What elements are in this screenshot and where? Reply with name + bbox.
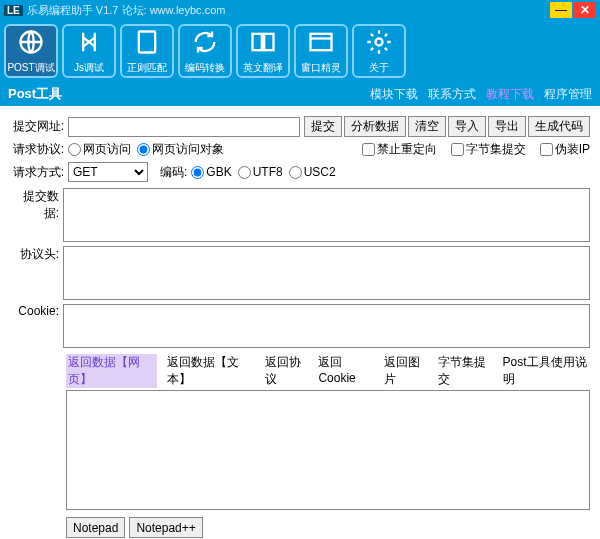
open-editor-button[interactable]: Notepad [66, 517, 125, 538]
encoding-option[interactable]: UTF8 [238, 165, 283, 179]
regex-icon [133, 28, 161, 59]
header-links: 模块下载联系方式教程下载程序管理 [370, 86, 592, 103]
encoding-radios: GBKUTF8USC2 [191, 165, 335, 179]
window-title: 乐易编程助手 V1.7 论坛: www.leybc.com [27, 3, 550, 18]
radio-input[interactable] [238, 166, 251, 179]
sub-header: Post工具 模块下载联系方式教程下载程序管理 [0, 82, 600, 106]
action-button[interactable]: 导出 [488, 116, 526, 137]
result-tab[interactable]: 返回协议 [265, 354, 309, 388]
action-button[interactable]: 生成代码 [528, 116, 590, 137]
tool-window[interactable]: 窗口精灵 [294, 24, 348, 78]
tool-label: 正则匹配 [127, 61, 167, 75]
action-button[interactable]: 导入 [448, 116, 486, 137]
content-area: 提交网址: 提交分析数据清空导入导出生成代码 请求协议: 网页访问网页访问对象 … [0, 106, 600, 539]
encoding-label: 编码: [160, 164, 187, 181]
submit-data-label: 提交数据: [10, 188, 59, 222]
radio-input[interactable] [137, 143, 150, 156]
tool-label: POST调试 [7, 61, 54, 75]
tool-label: 关于 [369, 61, 389, 75]
tool-label: 窗口精灵 [301, 61, 341, 75]
headers-textarea[interactable] [63, 246, 590, 300]
tool-regex[interactable]: 正则匹配 [120, 24, 174, 78]
radio-input[interactable] [191, 166, 204, 179]
option-check[interactable]: 字节集提交 [451, 141, 526, 158]
checkbox-input[interactable] [451, 143, 464, 156]
open-editor-button[interactable]: Notepad++ [129, 517, 202, 538]
tool-label: 英文翻译 [243, 61, 283, 75]
protocol-label: 请求协议: [10, 141, 64, 158]
svg-rect-4 [311, 33, 332, 49]
post-icon [17, 28, 45, 59]
checkbox-input[interactable] [540, 143, 553, 156]
protocol-option[interactable]: 网页访问对象 [137, 141, 224, 158]
encoding-option[interactable]: USC2 [289, 165, 336, 179]
close-button[interactable]: ✕ [574, 2, 596, 18]
result-tab[interactable]: Post工具使用说明 [503, 354, 590, 388]
protocol-option[interactable]: 网页访问 [68, 141, 131, 158]
tool-post[interactable]: POST调试 [4, 24, 58, 78]
app-badge: LE [4, 5, 23, 16]
about-icon [365, 28, 393, 59]
result-tab[interactable]: 返回图片 [384, 354, 428, 388]
header-link[interactable]: 程序管理 [544, 86, 592, 103]
encoding-option[interactable]: GBK [191, 165, 231, 179]
js-icon [75, 28, 103, 59]
result-tabs: 返回数据【网页】返回数据【文本】返回协议返回Cookie返回图片字节集提交Pos… [66, 354, 590, 388]
submit-data-textarea[interactable] [63, 188, 590, 242]
bottom-buttons: NotepadNotepad++ [66, 517, 590, 538]
radio-input[interactable] [68, 143, 81, 156]
option-checks: 禁止重定向字节集提交伪装IP [362, 141, 590, 158]
method-label: 请求方式: [10, 164, 64, 181]
svg-rect-2 [253, 33, 262, 49]
url-label: 提交网址: [10, 118, 64, 135]
svg-point-5 [376, 38, 383, 45]
result-textarea[interactable] [66, 390, 590, 510]
svg-rect-1 [139, 31, 155, 52]
option-check[interactable]: 禁止重定向 [362, 141, 437, 158]
tool-translate[interactable]: 英文翻译 [236, 24, 290, 78]
minimize-button[interactable]: — [550, 2, 572, 18]
header-link[interactable]: 模块下载 [370, 86, 418, 103]
svg-rect-3 [264, 33, 273, 49]
result-tab[interactable]: 返回Cookie [318, 354, 374, 388]
action-buttons: 提交分析数据清空导入导出生成代码 [304, 116, 590, 137]
method-select[interactable]: GET [68, 162, 148, 182]
action-button[interactable]: 提交 [304, 116, 342, 137]
headers-label: 协议头: [10, 246, 59, 263]
result-tab[interactable]: 返回数据【文本】 [167, 354, 254, 388]
translate-icon [249, 28, 277, 59]
tool-about[interactable]: 关于 [352, 24, 406, 78]
titlebar: LE 乐易编程助手 V1.7 论坛: www.leybc.com — ✕ [0, 0, 600, 20]
tool-label: 编码转换 [185, 61, 225, 75]
result-tab[interactable]: 字节集提交 [438, 354, 493, 388]
header-link[interactable]: 教程下载 [486, 86, 534, 103]
cookie-label: Cookie: [10, 304, 59, 318]
protocol-radios: 网页访问网页访问对象 [68, 141, 224, 158]
encode-icon [191, 28, 219, 59]
cookie-textarea[interactable] [63, 304, 590, 348]
section-title: Post工具 [8, 85, 370, 103]
action-button[interactable]: 分析数据 [344, 116, 406, 137]
option-check[interactable]: 伪装IP [540, 141, 590, 158]
window-icon [307, 28, 335, 59]
main-toolbar: POST调试Js调试正则匹配编码转换英文翻译窗口精灵关于 [0, 20, 600, 82]
checkbox-input[interactable] [362, 143, 375, 156]
tool-encode[interactable]: 编码转换 [178, 24, 232, 78]
action-button[interactable]: 清空 [408, 116, 446, 137]
url-input[interactable] [68, 117, 300, 137]
result-tab[interactable]: 返回数据【网页】 [66, 354, 157, 388]
tool-label: Js调试 [74, 61, 104, 75]
header-link[interactable]: 联系方式 [428, 86, 476, 103]
radio-input[interactable] [289, 166, 302, 179]
tool-js[interactable]: Js调试 [62, 24, 116, 78]
